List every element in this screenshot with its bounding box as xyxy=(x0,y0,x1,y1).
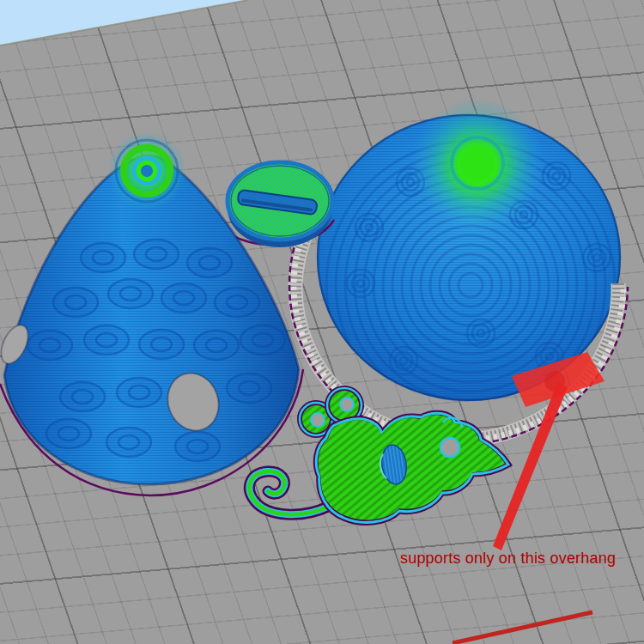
slicer-viewport: supports only on this overhang xyxy=(0,0,644,644)
sky-background xyxy=(0,0,248,46)
mouse-tail xyxy=(249,471,328,514)
ear-hole xyxy=(340,398,354,411)
model-slotted-cap[interactable] xyxy=(224,162,334,247)
annotation-underline xyxy=(453,612,592,643)
annotation-text: supports only on this overhang xyxy=(400,550,616,568)
eye-hole xyxy=(440,438,459,457)
ear-hole xyxy=(311,413,325,427)
